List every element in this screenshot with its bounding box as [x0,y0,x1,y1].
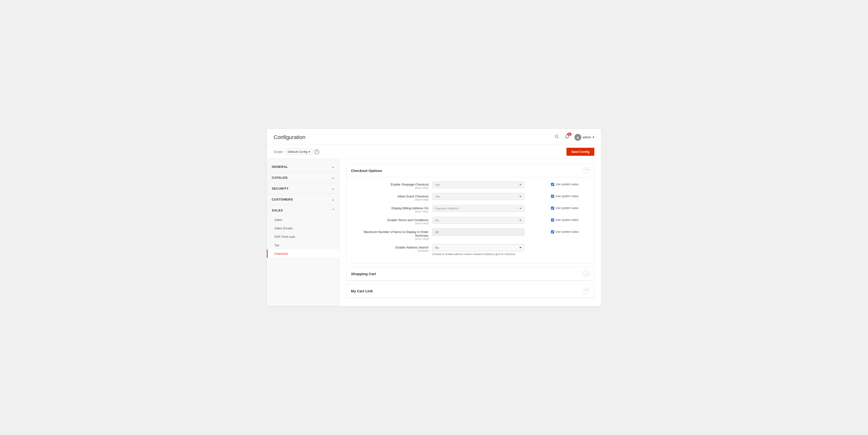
onepage-use-system-value-checkbox[interactable] [551,183,554,186]
use-system-value-label: Use system value [556,206,579,210]
sidebar-section-label-customers: CUSTOMERS [272,198,293,201]
config-scope-max-items: [store view] [351,237,428,240]
main-layout: GENERAL ⌄ CATALOG ⌄ SECURITY ⌄ [267,159,601,306]
chevron-down-icon: ⌄ [332,176,335,180]
config-section-title-shopping-cart: Shopping Cart [351,272,376,276]
onepage-checkout-select[interactable]: Yes No [432,181,524,188]
sidebar-section-security: SECURITY ⌄ [267,183,339,194]
scope-select[interactable]: Default Config ▾ [285,149,312,155]
chevron-down-icon: ⌄ [332,165,335,168]
config-label-max-items: Maximum Number of Items to Display in Or… [364,230,428,237]
config-label-address-search: Enable Address Search [396,246,428,249]
config-section-header-checkout-options[interactable]: Checkout Options ⌃ [347,164,594,177]
config-row-max-items: Maximum Number of Items to Display in Or… [351,229,590,240]
scope-value: Default Config [287,150,307,154]
sidebar-section-general: GENERAL ⌄ [267,161,339,172]
config-scope-guest: [store view] [351,198,428,201]
sidebar-section-header-catalog[interactable]: CATALOG ⌄ [267,172,339,183]
sidebar-item-checkout[interactable]: Checkout [267,249,339,258]
notification-button[interactable]: 39 [564,133,570,141]
expand-shopping-cart-button[interactable]: ⌄ [583,271,590,277]
config-check-col-billing: Use system value [551,205,590,210]
chevron-down-icon: ⌄ [332,197,335,201]
config-label-col-billing: Display Billing Address On [store view] [351,205,428,213]
config-row-terms: Enable Terms and Conditions [store view]… [351,217,590,225]
terms-select[interactable]: No Yes [432,217,524,224]
sidebar-section-header-customers[interactable]: CUSTOMERS ⌄ [267,194,339,205]
config-check-col-address-search [551,244,590,246]
config-section-title-checkout-options: Checkout Options [351,168,382,173]
sidebar-section-label-security: SECURITY [272,187,289,190]
config-label-guest: Allow Guest Checkout [397,194,428,198]
config-row-billing-address: Display Billing Address On [store view] … [351,205,590,213]
search-icon [555,134,559,139]
config-control-col-max-items [432,229,547,236]
use-system-value-label: Use system value [556,230,579,234]
config-label-billing: Display Billing Address On [392,206,428,210]
chevron-down-icon: ⌄ [332,186,335,190]
sidebar-section-sales: SALES ⌄ Sales Sales Emails PDF Print-out… [267,205,339,258]
config-row-onepage-checkout: Enable Onepage Checkout [store view] Yes… [351,181,590,189]
sidebar-section-customers: CUSTOMERS ⌄ [267,194,339,205]
config-control-col-guest: Yes No [432,193,547,200]
config-label-col-onepage: Enable Onepage Checkout [store view] [351,181,428,189]
address-search-select[interactable]: No Yes [432,244,524,251]
sidebar-item-sales[interactable]: Sales [267,216,339,224]
address-search-hint: Choose to enable address search instead … [432,253,516,255]
user-name-label: admin [583,135,591,139]
use-system-value-label: Use system value [556,183,579,186]
sidebar-section-header-sales[interactable]: SALES ⌄ [267,205,339,216]
terms-use-system-value-checkbox[interactable] [551,218,554,222]
config-label-col-max-items: Maximum Number of Items to Display in Or… [351,229,428,240]
sidebar-item-pdf-printouts[interactable]: PDF Print-outs [267,232,339,241]
page-wrapper: Configuration 39 [267,129,601,306]
help-icon[interactable]: ? [314,150,319,154]
save-config-button[interactable]: Save Config [566,148,594,156]
notification-badge: 39 [567,133,571,136]
config-section-header-my-cart-link[interactable]: My Cart Link ⌃ [347,284,594,298]
sidebar-section-header-general[interactable]: GENERAL ⌄ [267,161,339,172]
billing-address-select[interactable]: Payment Method Payment Page [432,205,524,212]
config-row-guest-checkout: Allow Guest Checkout [store view] Yes No… [351,193,590,201]
page-header: Configuration 39 [267,129,601,145]
config-section-title-my-cart-link: My Cart Link [351,289,373,293]
guest-use-system-value-checkbox[interactable] [551,195,554,198]
collapse-checkout-options-button[interactable]: ⌃ [583,167,590,174]
collapse-my-cart-link-button[interactable]: ⌃ [583,288,590,294]
config-check-col-terms: Use system value [551,217,590,222]
sidebar-section-catalog: CATALOG ⌄ [267,172,339,183]
config-check-col-onepage: Use system value [551,181,590,186]
config-section-my-cart-link: My Cart Link ⌃ [346,284,594,298]
max-items-use-system-value-checkbox[interactable] [551,230,554,234]
config-section-header-shopping-cart[interactable]: Shopping Cart ⌄ [347,267,594,280]
search-button[interactable] [554,133,560,141]
config-label-col-address-search: Enable Address Search [website] [351,244,428,252]
scope-left: Scope: Default Config ▾ ? [274,149,319,155]
config-control-col-terms: No Yes [432,217,547,224]
config-label-onepage: Enable Onepage Checkout [391,183,428,186]
sidebar-section-header-security[interactable]: SECURITY ⌄ [267,183,339,194]
sidebar-item-sales-emails[interactable]: Sales Emails [267,224,339,232]
svg-line-1 [557,137,558,138]
sidebar-item-tax[interactable]: Tax [267,241,339,249]
guest-checkout-select[interactable]: Yes No [432,193,524,200]
page-title: Configuration [274,134,305,141]
header-actions: 39 admin ▾ [554,133,594,141]
billing-use-system-value-checkbox[interactable] [551,207,554,210]
config-control-col-billing: Payment Method Payment Page [432,205,547,212]
config-scope-billing: [store view] [351,210,428,213]
user-menu-chevron: ▾ [593,135,594,139]
scope-chevron-icon: ▾ [309,150,310,154]
config-scope-address-search: [website] [351,249,428,252]
chevron-up-icon: ⌄ [332,208,335,212]
config-section-checkout-options: Checkout Options ⌃ Enable Onepage Checko… [346,164,594,263]
user-menu-button[interactable]: admin ▾ [575,134,594,141]
max-items-input[interactable] [432,229,524,236]
avatar [575,134,581,141]
sidebar-section-label-catalog: CATALOG [272,176,288,180]
content-area: Checkout Options ⌃ Enable Onepage Checko… [340,159,601,306]
config-section-body-checkout-options: Enable Onepage Checkout [store view] Yes… [347,177,594,263]
help-icon-label: ? [316,150,317,154]
scope-label: Scope: [274,150,283,154]
config-control-col-address-search: No Yes Choose to enable address search i… [432,244,547,255]
